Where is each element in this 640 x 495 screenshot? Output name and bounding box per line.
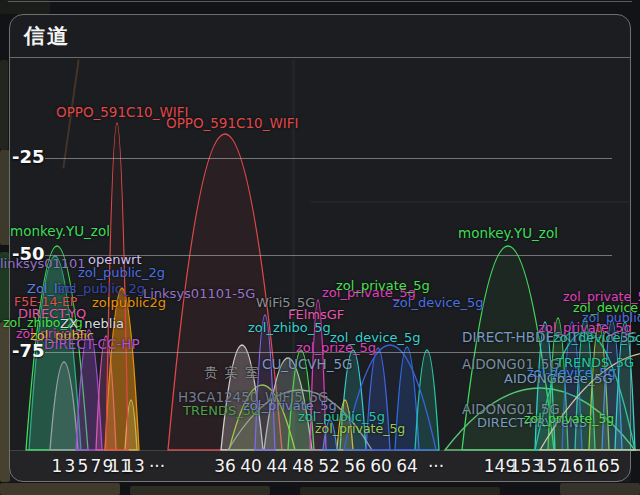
map-fragment bbox=[560, 483, 640, 495]
map-fragment bbox=[0, 60, 8, 150]
map-fragment bbox=[0, 0, 50, 14]
card-header: 信道 bbox=[10, 15, 630, 58]
map-road-faint bbox=[292, 59, 295, 451]
map-road-faint bbox=[62, 59, 79, 168]
top-divider-line bbox=[8, 1, 632, 2]
map-fragment bbox=[0, 252, 9, 322]
map-fragment bbox=[0, 483, 120, 495]
channel-graph-card: 信道 bbox=[9, 14, 631, 482]
wifi-analyzer-screen: 信道 -25-50-75 OPPO_591C10_WIFIOPPO_591C10… bbox=[0, 0, 640, 495]
map-road-faint bbox=[310, 201, 630, 203]
map-fragment bbox=[130, 486, 270, 495]
page-title: 信道 bbox=[24, 22, 70, 50]
map-fragment bbox=[300, 487, 500, 495]
